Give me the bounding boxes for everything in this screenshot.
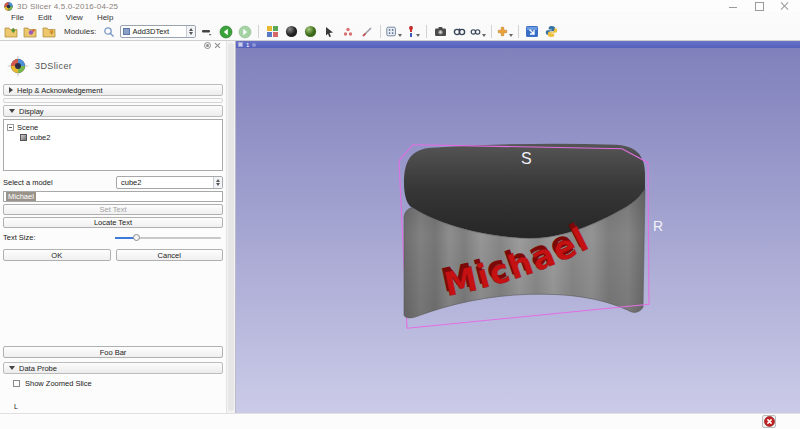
maximize-button[interactable] — [754, 2, 764, 10]
main-area: 3DSlicer Help & Acknowledgement Display … — [0, 41, 800, 413]
module-title: 3DSlicer — [35, 61, 72, 71]
slider-handle-icon[interactable] — [133, 234, 140, 241]
select-model-label: Select a model — [3, 178, 116, 187]
expanded-arrow-icon — [9, 109, 15, 113]
cube-model — [404, 144, 645, 318]
scene-tree[interactable]: Scene cube2 — [3, 119, 223, 171]
module-search-icon[interactable] — [101, 24, 117, 39]
modules-grid-icon[interactable] — [264, 24, 280, 39]
panel-scrollbar[interactable] — [226, 41, 235, 413]
interaction-icon[interactable] — [321, 24, 337, 39]
cancel-button[interactable]: Cancel — [116, 249, 224, 261]
select-model-row: Select a model cube2 — [3, 175, 223, 189]
module-panel: 3DSlicer Help & Acknowledgement Display … — [0, 41, 236, 413]
scene-root-label: Scene — [17, 123, 38, 132]
show-zoomed-slice-label: Show Zoomed Slice — [25, 379, 92, 388]
foo-bar-button[interactable]: Foo Bar — [3, 346, 223, 358]
show-zoomed-slice-row: Show Zoomed Slice — [13, 378, 223, 389]
main-toolbar: Modules: Add3DText — [0, 23, 800, 41]
module-header: 3DSlicer — [3, 50, 223, 82]
orientation-label-superior: S — [521, 150, 532, 167]
locate-text-button[interactable]: Locate Text — [3, 217, 223, 228]
scene-view-menu-icon[interactable] — [470, 24, 486, 39]
modules-label: Modules: — [64, 27, 96, 36]
minimize-button[interactable] — [728, 2, 738, 10]
error-icon — [764, 416, 775, 427]
text-size-slider[interactable] — [115, 231, 223, 244]
text-input[interactable]: Michael — [3, 191, 223, 202]
python-console-icon[interactable] — [543, 24, 559, 39]
forward-icon[interactable] — [237, 24, 253, 39]
module-selector-spinner[interactable] — [186, 26, 195, 37]
module-selector[interactable]: Add3DText — [120, 25, 196, 38]
window-title: 3D Slicer 4.5.0-2016-04-25 — [17, 2, 118, 11]
show-zoomed-slice-checkbox[interactable] — [13, 380, 20, 387]
slicer-window: 3D Slicer 4.5.0-2016-04-25 File Edit Vie… — [0, 0, 800, 429]
expanded-arrow-icon — [9, 366, 15, 370]
threed-view[interactable]: 1 — [236, 41, 800, 413]
ok-button[interactable]: OK — [3, 249, 111, 261]
save-icon[interactable] — [41, 24, 57, 39]
load-data-icon[interactable] — [3, 24, 19, 39]
scrollbar-thumb[interactable] — [228, 43, 234, 411]
models-icon[interactable] — [283, 24, 299, 39]
module-selector-value: Add3DText — [132, 27, 186, 36]
back-icon[interactable] — [218, 24, 234, 39]
view-number: 1 — [246, 42, 249, 48]
module-history-icon[interactable] — [199, 24, 215, 39]
data-probe-header[interactable]: Data Probe — [3, 362, 223, 374]
screenshot-icon[interactable] — [432, 24, 448, 39]
module-icon — [123, 28, 130, 35]
model-combo-value: cube2 — [117, 178, 213, 187]
scene-root-row[interactable]: Scene — [7, 122, 219, 132]
markups-icon[interactable] — [340, 24, 356, 39]
threed-scene[interactable]: Michael Michael S R — [236, 48, 800, 413]
probe-row-f: F — [14, 411, 223, 413]
status-bar — [0, 413, 800, 429]
panel-close-icon[interactable] — [214, 42, 221, 49]
close-button[interactable] — [780, 2, 790, 10]
help-collapsed-frame — [3, 98, 223, 103]
probe-row-l: L — [14, 402, 223, 411]
panel-target-icon[interactable] — [204, 42, 211, 49]
text-input-value: Michael — [6, 192, 36, 201]
tree-collapse-icon[interactable] — [7, 124, 14, 131]
title-bar: 3D Slicer 4.5.0-2016-04-25 — [0, 0, 800, 12]
error-log-button[interactable] — [762, 415, 776, 428]
panel-top-strip — [3, 41, 223, 50]
menu-file[interactable]: File — [5, 13, 30, 22]
view-controller-bar[interactable]: 1 — [236, 41, 800, 48]
menu-help[interactable]: Help — [91, 13, 119, 22]
orientation-label-right: R — [653, 219, 663, 235]
menu-view[interactable]: View — [60, 13, 89, 22]
scene-view-icon[interactable] — [451, 24, 467, 39]
crosshair-icon[interactable] — [405, 24, 421, 39]
app-logo-icon — [4, 2, 13, 11]
model-combo-spinner[interactable] — [213, 177, 222, 188]
menu-bar: File Edit View Help — [0, 12, 800, 23]
extensions-icon[interactable] — [524, 24, 540, 39]
text-size-row: Text Size: — [3, 231, 223, 244]
data-probe-values: L F B — [14, 402, 223, 413]
volume-rendering-icon[interactable] — [302, 24, 318, 39]
add-data-icon[interactable] — [497, 24, 513, 39]
pin-icon[interactable] — [238, 42, 243, 47]
model-node-icon — [20, 134, 27, 141]
menu-edit[interactable]: Edit — [32, 13, 58, 22]
set-text-button[interactable]: Set Text — [3, 204, 223, 215]
layout-selector-icon[interactable] — [386, 24, 402, 39]
display-section-header[interactable]: Display — [3, 105, 223, 117]
view-menu-icon[interactable] — [252, 43, 256, 47]
scene-child-row[interactable]: cube2 — [7, 132, 219, 142]
ok-cancel-row: OK Cancel — [3, 247, 223, 263]
text-size-label: Text Size: — [3, 233, 115, 242]
scene-child-label: cube2 — [30, 133, 50, 142]
annotations-icon[interactable] — [359, 24, 375, 39]
help-acknowledgement-header[interactable]: Help & Acknowledgement — [3, 84, 223, 96]
load-dicom-icon[interactable] — [22, 24, 38, 39]
model-combo[interactable]: cube2 — [116, 176, 223, 189]
collapsed-arrow-icon — [9, 87, 13, 93]
slicer-logo-icon — [7, 55, 29, 77]
